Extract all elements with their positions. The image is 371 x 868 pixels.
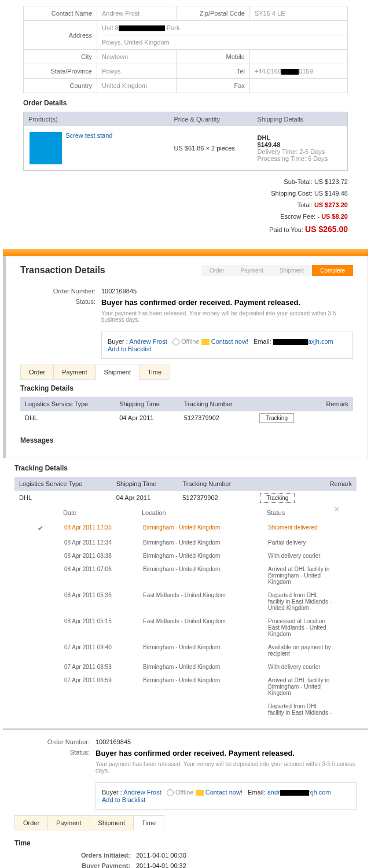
tab-shipment[interactable]: Shipment [95,365,139,380]
tracking-table-2: Logistics Service TypeShipping TimeTrack… [14,477,357,505]
tracking-button[interactable]: Tracking [259,413,294,423]
tab-payment[interactable]: Payment [47,815,90,830]
offline-icon [167,789,174,796]
trans-title: Transaction Details [20,265,105,275]
check-icon: ✔ [38,524,43,532]
product-thumb[interactable] [30,132,62,164]
events-table: DateLocationStatus ✔08 Apr 2011 12:35Bir… [32,505,339,719]
progress-steps: OrderPaymentShipmentComplete [201,265,353,276]
totals: Sub-Total: US $123.72 Shipping Cost: US … [23,176,348,237]
buyer-link[interactable]: Andrew Frost [129,338,167,345]
tracking-table: Logistics Service TypeShipping TimeTrack… [20,397,353,425]
offline-icon [172,339,179,345]
contact-link[interactable]: Contact now! [211,338,248,345]
buyer-box: Buyer : Andrew Frost Offline Contact now… [101,332,353,359]
blacklist-link[interactable]: Add to Blacklist [108,345,151,352]
order-details-table: Product(s)Price & QuantityShipping Detai… [23,112,348,171]
tracking-button-2[interactable]: Tracking [260,493,295,503]
close-icon[interactable]: × [335,505,339,514]
order-details-title: Order Details [23,99,348,107]
tabs: OrderPaymentShipmentTime [20,365,353,380]
message-icon[interactable] [196,790,204,796]
tab-order[interactable]: Order [20,365,54,380]
tab-time[interactable]: Time [139,365,170,380]
product-link[interactable]: Screw test stand [65,132,112,139]
tab-time[interactable]: Time [133,815,164,830]
contact-table: Contact NameAndrew FrostZip/Postal CodeS… [23,6,348,93]
tab-shipment[interactable]: Shipment [90,815,134,830]
status-text: Buyer has confirmed order received. Paym… [101,298,300,307]
tab-order[interactable]: Order [14,815,48,830]
message-icon[interactable] [201,339,210,345]
tab-payment[interactable]: Payment [53,365,95,380]
